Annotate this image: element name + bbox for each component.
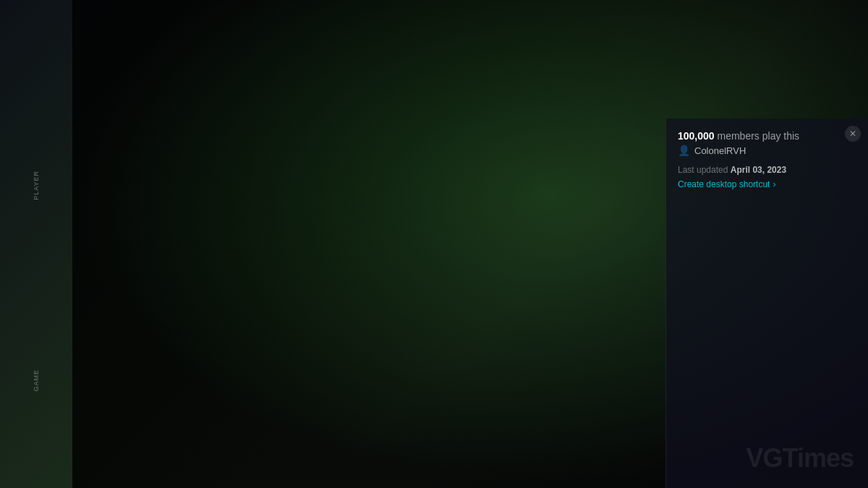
app: W 🔍 Home My games Explore Creators W WeM… [0,0,868,488]
creator-row: 👤 ColonelRVH [678,145,856,156]
last-updated-label: Last updated [678,165,728,175]
create-desktop-shortcut-link[interactable]: Create desktop shortcut › [678,179,856,189]
shortcut-arrow-icon: › [773,179,775,189]
sidebar-label-player: Player [33,171,40,200]
info-content: 100,000 members play this 👤 ColonelRVH L… [666,119,868,201]
sidebar-label-game: Game [33,369,40,392]
last-updated: Last updated April 03, 2023 [678,165,856,175]
info-panel-close-button[interactable]: ✕ [845,126,861,142]
creator-profile-icon: 👤 [678,145,690,156]
creator-name: ColonelRVH [694,145,746,156]
shortcut-label: Create desktop shortcut [678,179,770,189]
members-number: 100,000 [678,130,715,142]
info-panel: ✕ 100,000 members play this 👤 ColonelRVH… [665,119,868,488]
last-updated-date: April 03, 2023 [731,165,786,175]
members-text-label: members play this [718,130,800,142]
members-count: 100,000 members play this [678,130,856,142]
